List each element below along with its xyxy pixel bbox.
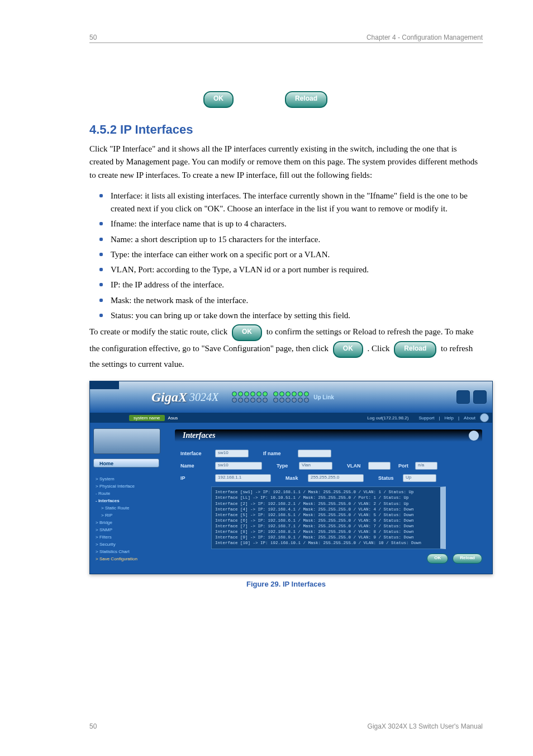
bullet-icon xyxy=(99,283,103,286)
bullet-icon xyxy=(99,253,103,256)
panel-title: Interfaces xyxy=(175,429,482,442)
product-logo: GigaX xyxy=(151,390,187,405)
bullet-item: Name: a short description up to 15 chara… xyxy=(99,233,483,246)
para2-a: To create or modify the static route, cl… xyxy=(89,327,230,336)
interfaces-listing[interactable]: Interface [sw1] -> IP: 192.168.1.1 / Mas… xyxy=(211,486,446,549)
bullet-text: Ifname: the interface name that is up to… xyxy=(111,218,287,230)
type-select[interactable]: Vlan xyxy=(299,462,332,470)
port-led xyxy=(285,398,291,403)
port-led xyxy=(273,391,278,396)
figure-caption: Figure 29. IP Interfaces xyxy=(89,580,483,588)
ok-button-inline-1[interactable]: OK xyxy=(232,324,262,341)
port-led xyxy=(279,391,284,396)
port-led xyxy=(273,398,278,403)
port-led xyxy=(298,398,303,403)
sidebar-item[interactable]: > Statistics Chart xyxy=(93,548,166,555)
listing-row[interactable]: Interface [9] -> IP: 192.168.9.1 / Mask:… xyxy=(215,535,437,540)
listing-row[interactable]: Interface [LL] -> IP: 10.10.51.1 / Mask:… xyxy=(215,495,437,500)
listing-row[interactable]: Interface [10] -> IP: 192.168.10.1 / Mas… xyxy=(215,540,437,546)
reload-button[interactable]: Reload xyxy=(285,91,327,108)
sidebar-item[interactable]: > Static Route xyxy=(93,504,166,512)
name-input[interactable]: sw10 xyxy=(215,462,262,470)
tool-icon-1[interactable] xyxy=(456,390,470,404)
top-link-help[interactable]: Help xyxy=(445,415,454,420)
panel-title-text: Interfaces xyxy=(183,431,215,440)
port-led xyxy=(250,391,255,396)
interface-label: Interface xyxy=(180,451,215,456)
listing-row[interactable]: Interface [6] -> IP: 192.168.6.1 / Mask:… xyxy=(215,518,437,523)
port-select[interactable]: n/a xyxy=(415,462,437,470)
bullet-icon xyxy=(99,299,103,302)
mask-label: Mask xyxy=(285,475,308,481)
port-led-panel xyxy=(232,391,309,403)
system-name-label: system name xyxy=(129,415,165,421)
bullet-item: Ifname: the interface name that is up to… xyxy=(99,218,483,230)
logout-link[interactable]: Log out(172.21.98.2) xyxy=(367,415,408,420)
sidebar-item[interactable]: > System xyxy=(93,475,166,483)
port-led xyxy=(285,391,291,396)
vlan-input[interactable] xyxy=(368,462,391,470)
tool-icon-2[interactable] xyxy=(473,390,487,404)
status-label: Status xyxy=(378,475,403,481)
form-ok-button[interactable]: OK xyxy=(427,554,448,564)
footer-page-no: 50 xyxy=(89,722,97,730)
listing-row[interactable]: Interface [sw1] -> IP: 192.168.1.1 / Mas… xyxy=(215,489,437,495)
sidebar-item[interactable]: > Save Configuration xyxy=(93,555,166,563)
ifname-label: If name xyxy=(263,451,298,456)
reload-button-inline[interactable]: Reload xyxy=(394,341,436,358)
bullet-item: VLAN, Port: according to the Type, a VLA… xyxy=(99,263,483,276)
header-page-no: 50 xyxy=(89,34,97,41)
listing-row[interactable]: Interface [4] -> IP: 192.168.4.1 / Mask:… xyxy=(215,507,437,512)
sidebar-item[interactable]: > Bridge xyxy=(93,519,166,526)
name-label: Name xyxy=(180,463,215,469)
listing-row[interactable]: Interface [7] -> IP: 192.168.7.1 / Mask:… xyxy=(215,523,437,529)
port-led xyxy=(304,391,309,396)
sidebar-item[interactable]: - Route xyxy=(93,490,166,497)
port-led xyxy=(304,398,309,403)
top-link-support[interactable]: Support xyxy=(418,415,434,420)
sidebar-item[interactable]: > Filters xyxy=(93,533,166,541)
ok-button[interactable]: OK xyxy=(203,91,234,108)
bullet-item: Type: the interface can either work on a… xyxy=(99,248,483,261)
port-led xyxy=(238,398,243,403)
listing-row[interactable]: Interface [5] -> IP: 192.168.5.1 / Mask:… xyxy=(215,512,437,518)
sidebar: Home > System> Physical Interface- Route… xyxy=(90,423,169,574)
port-led xyxy=(238,391,243,396)
bullet-item: IP: the IP address of the interface. xyxy=(99,278,483,291)
interface-select[interactable]: sw10 xyxy=(215,450,249,457)
uplink-label: Up Link xyxy=(313,394,334,400)
sidebar-item[interactable]: > RIP xyxy=(93,512,166,519)
bullet-item: Interface: it lists all existing interfa… xyxy=(99,190,483,216)
ip-label: IP xyxy=(180,475,215,481)
port-led xyxy=(298,391,303,396)
gear-icon xyxy=(469,431,479,441)
ip-input[interactable]: 192.168.1.1 xyxy=(215,474,271,482)
mask-input[interactable]: 255.255.255.0 xyxy=(308,474,364,482)
port-led xyxy=(263,391,268,396)
top-link-about[interactable]: About xyxy=(464,415,475,420)
ok-button-inline-2[interactable]: OK xyxy=(333,341,363,358)
main-panel: Interfaces Interface sw10 If name Name xyxy=(169,423,492,574)
port-led xyxy=(232,398,237,403)
bullet-icon xyxy=(99,222,103,225)
paragraph-actions: To create or modify the static route, cl… xyxy=(89,324,483,371)
screenshot-header: GigaX 3024X Up Link xyxy=(90,381,492,413)
ifname-input[interactable] xyxy=(298,450,331,457)
form-reload-button[interactable]: Reload xyxy=(453,554,482,564)
port-led xyxy=(256,391,261,396)
bullet-text: Type: the interface can either work on a… xyxy=(111,248,330,261)
header-doc-title: Chapter 4 - Configuration Management xyxy=(367,34,483,41)
section-title: 4.5.2 IP Interfaces xyxy=(89,122,483,137)
bullet-icon xyxy=(99,194,103,197)
sidebar-item[interactable]: - Interfaces xyxy=(93,497,166,504)
footer-doc-title: GigaX 3024X L3 Switch User's Manual xyxy=(368,722,483,730)
bullet-icon xyxy=(99,238,103,241)
listing-row[interactable]: Interface [8] -> IP: 192.168.8.1 / Mask:… xyxy=(215,529,437,535)
sidebar-item[interactable]: > SNMP xyxy=(93,526,166,533)
sidebar-item[interactable]: > Security xyxy=(93,541,166,548)
status-select[interactable]: Up xyxy=(403,474,436,482)
sidebar-item[interactable]: > Physical Interface xyxy=(93,483,166,490)
listing-row[interactable]: Interface [2] -> IP: 192.168.2.1 / Mask:… xyxy=(215,501,437,507)
bullet-icon xyxy=(99,314,103,317)
home-button[interactable]: Home xyxy=(93,459,159,467)
